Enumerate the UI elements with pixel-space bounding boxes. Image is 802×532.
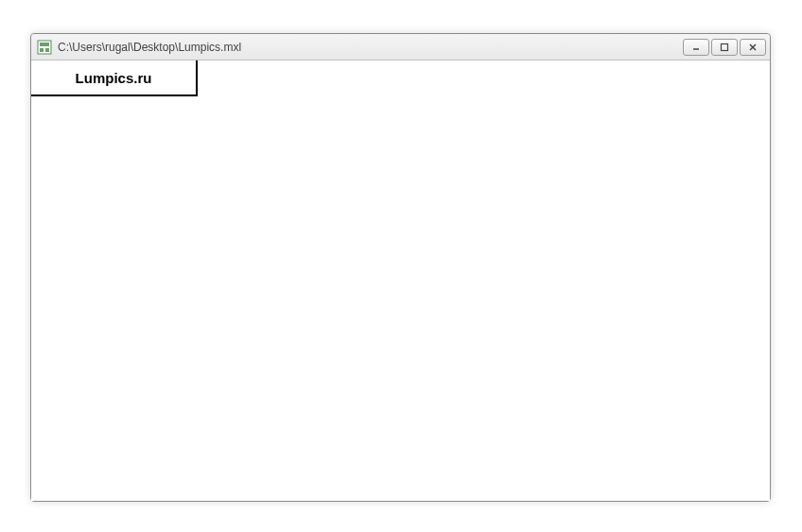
app-icon — [37, 40, 52, 55]
spreadsheet-cell[interactable]: Lumpics.ru — [31, 60, 198, 96]
svg-rect-2 — [40, 48, 44, 52]
window-controls — [683, 39, 766, 56]
cell-text: Lumpics.ru — [76, 70, 152, 86]
document-area[interactable]: Lumpics.ru — [31, 60, 770, 501]
close-button[interactable] — [740, 39, 766, 56]
titlebar[interactable]: C:\Users\rugal\Desktop\Lumpics.mxl — [31, 34, 770, 60]
maximize-button[interactable] — [711, 39, 738, 56]
application-window: C:\Users\rugal\Desktop\Lumpics.mxl — [30, 33, 771, 502]
window-title: C:\Users\rugal\Desktop\Lumpics.mxl — [58, 41, 683, 54]
svg-rect-5 — [722, 43, 728, 50]
svg-rect-3 — [45, 48, 49, 52]
minimize-button[interactable] — [683, 39, 709, 56]
svg-rect-1 — [40, 43, 49, 46]
